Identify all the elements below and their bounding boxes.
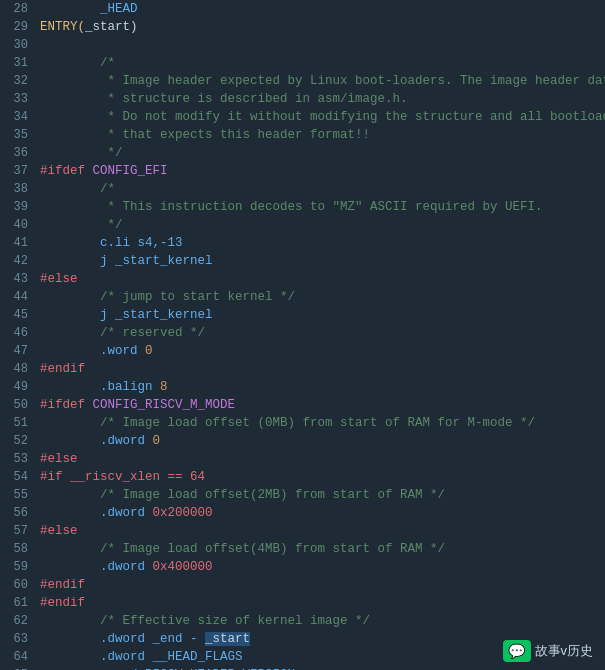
line-content: #else (36, 522, 605, 540)
code-token: #if __riscv_xlen == 64 (40, 470, 205, 484)
line-content: .dword 0 (36, 432, 605, 450)
line-number: 39 (0, 198, 36, 216)
code-token: .dword (40, 560, 153, 574)
line-content: #endif (36, 594, 605, 612)
code-row: 48#endif (0, 360, 605, 378)
line-content: #else (36, 270, 605, 288)
code-token: /* Image load offset (0MB) from start of… (40, 416, 535, 430)
code-token: */ (40, 218, 123, 232)
code-token: * Do not modify it without modifying the… (40, 110, 605, 124)
code-row: 55 /* Image load offset(2MB) from start … (0, 486, 605, 504)
code-token: .word (40, 344, 145, 358)
code-row: 47 .word 0 (0, 342, 605, 360)
code-token: #endif (40, 578, 85, 592)
code-token: /* Effective size of kernel image */ (40, 614, 370, 628)
code-row: 41 c.li s4,-13 (0, 234, 605, 252)
line-number: 50 (0, 396, 36, 414)
code-token: #endif (40, 362, 85, 376)
code-token: _start (205, 632, 250, 646)
code-token: * that expects this header format!! (40, 128, 370, 142)
code-row: 60#endif (0, 576, 605, 594)
code-token: .dword (40, 434, 153, 448)
code-row: 36 */ (0, 144, 605, 162)
line-number: 32 (0, 72, 36, 90)
code-row: 62 /* Effective size of kernel image */ (0, 612, 605, 630)
line-content: ENTRY(_start) (36, 18, 605, 36)
code-token: */ (40, 146, 123, 160)
code-token: 0 (145, 344, 153, 358)
line-number: 46 (0, 324, 36, 342)
line-number: 29 (0, 18, 36, 36)
line-content: /* (36, 54, 605, 72)
code-token: /* Image load offset(4MB) from start of … (40, 542, 445, 556)
code-editor: 28 _HEAD29ENTRY(_start)3031 /*32 * Image… (0, 0, 605, 670)
line-content: _HEAD (36, 0, 605, 18)
code-row: 59 .dword 0x400000 (0, 558, 605, 576)
code-row: 52 .dword 0 (0, 432, 605, 450)
code-row: 28 _HEAD (0, 0, 605, 18)
line-number: 45 (0, 306, 36, 324)
line-number: 62 (0, 612, 36, 630)
line-content: * structure is described in asm/image.h. (36, 90, 605, 108)
line-number: 53 (0, 450, 36, 468)
line-content: /* jump to start kernel */ (36, 288, 605, 306)
line-number: 38 (0, 180, 36, 198)
line-number: 49 (0, 378, 36, 396)
line-content: j _start_kernel (36, 252, 605, 270)
code-row: 37#ifdef CONFIG_EFI (0, 162, 605, 180)
line-content: c.li s4,-13 (36, 234, 605, 252)
code-row: 53#else (0, 450, 605, 468)
code-token: .dword (40, 506, 153, 520)
code-row: 30 (0, 36, 605, 54)
code-lines: 28 _HEAD29ENTRY(_start)3031 /*32 * Image… (0, 0, 605, 670)
line-content: */ (36, 216, 605, 234)
code-token: _start (85, 20, 130, 34)
code-token: #ifdef (40, 398, 93, 412)
line-content: #else (36, 450, 605, 468)
code-row: 39 * This instruction decodes to "MZ" AS… (0, 198, 605, 216)
code-token: .dword __HEAD_FLAGS (40, 650, 243, 664)
code-token: .dword _end - (40, 632, 205, 646)
code-token: * Image header expected by Linux boot-lo… (40, 74, 605, 88)
line-content: .dword 0x400000 (36, 558, 605, 576)
line-number: 60 (0, 576, 36, 594)
line-content: #endif (36, 576, 605, 594)
line-number: 36 (0, 144, 36, 162)
line-content: * that expects this header format!! (36, 126, 605, 144)
code-token: CONFIG_EFI (93, 164, 168, 178)
line-number: 31 (0, 54, 36, 72)
line-number: 40 (0, 216, 36, 234)
line-number: 55 (0, 486, 36, 504)
code-token: c.li s4,-13 (40, 236, 183, 250)
watermark-text: 故事v历史 (535, 642, 594, 660)
line-content: */ (36, 144, 605, 162)
code-token: /* jump to start kernel */ (40, 290, 295, 304)
code-token: j _start_kernel (40, 254, 213, 268)
code-token: /* (40, 56, 115, 70)
code-row: 46 /* reserved */ (0, 324, 605, 342)
code-token: #else (40, 272, 78, 286)
line-content: .dword 0x200000 (36, 504, 605, 522)
code-row: 45 j _start_kernel (0, 306, 605, 324)
code-token: j _start_kernel (40, 308, 213, 322)
line-number: 33 (0, 90, 36, 108)
code-row: 49 .balign 8 (0, 378, 605, 396)
code-row: 54#if __riscv_xlen == 64 (0, 468, 605, 486)
code-token: 0x400000 (153, 560, 213, 574)
code-token: ) (130, 20, 138, 34)
line-content: #if __riscv_xlen == 64 (36, 468, 605, 486)
line-content: #ifdef CONFIG_RISCV_M_MODE (36, 396, 605, 414)
code-token: #else (40, 452, 78, 466)
line-number: 58 (0, 540, 36, 558)
code-token: CONFIG_RISCV_M_MODE (93, 398, 236, 412)
line-number: 59 (0, 558, 36, 576)
code-token: /* (40, 182, 115, 196)
code-token: 8 (160, 380, 168, 394)
code-token: #else (40, 524, 78, 538)
code-row: 31 /* (0, 54, 605, 72)
code-token: 0 (153, 434, 161, 448)
line-content: /* Image load offset (0MB) from start of… (36, 414, 605, 432)
line-number: 35 (0, 126, 36, 144)
line-content: * Image header expected by Linux boot-lo… (36, 72, 605, 90)
line-content: * Do not modify it without modifying the… (36, 108, 605, 126)
